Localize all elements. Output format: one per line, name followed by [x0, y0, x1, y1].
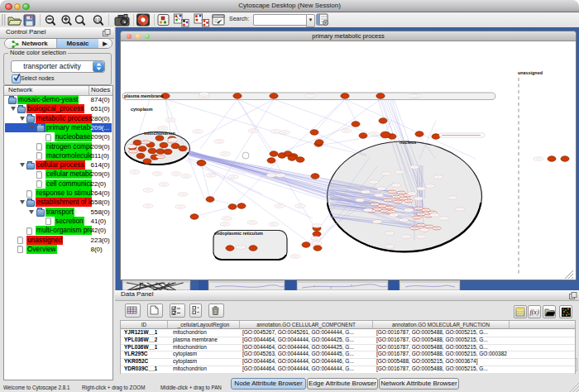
svg-text:mitochondrion: mitochondrion — [144, 131, 175, 136]
svg-text:endoplasmic reticulum: endoplasmic reticulum — [214, 231, 263, 236]
svg-text:f(x): f(x) — [529, 308, 538, 316]
svg-text:1:1: 1:1 — [95, 18, 101, 22]
svg-text:unassigned: unassigned — [518, 70, 543, 75]
svg-text:nucleus: nucleus — [400, 140, 416, 145]
svg-text:plasma membrane: plasma membrane — [124, 93, 163, 98]
svg-text:cytoplasm: cytoplasm — [131, 107, 153, 112]
